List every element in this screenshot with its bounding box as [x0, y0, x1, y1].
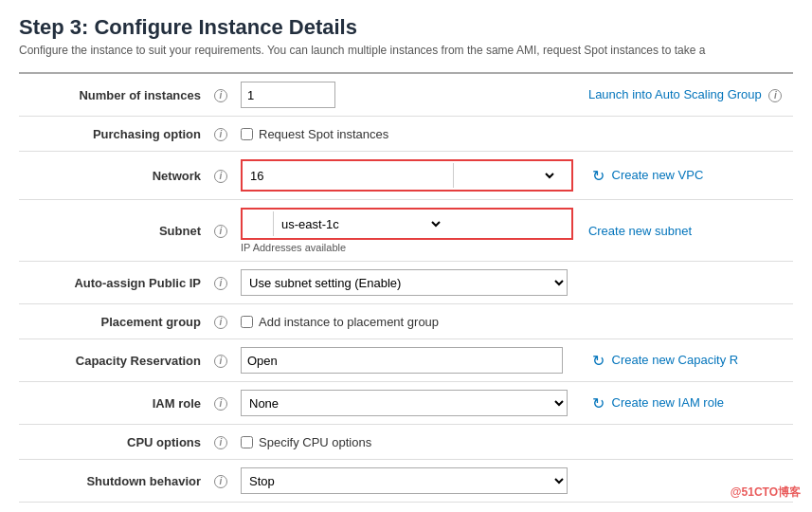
create-capacity-link[interactable]: Create new Capacity R — [612, 352, 739, 366]
refresh-network-icon[interactable]: ↻ — [592, 167, 604, 185]
row-auto-assign-ip: Auto-assign Public IP i Use subnet setti… — [19, 262, 793, 304]
row-purchasing-option: Purchasing option i Request Spot instanc… — [19, 117, 793, 152]
label-hibernate-behavior: Stop - Hibernate behavior — [19, 503, 208, 513]
shutdown-behavior-select[interactable]: Stop — [241, 467, 568, 494]
info-icon-iam[interactable]: i — [214, 397, 227, 411]
instances-input[interactable] — [241, 82, 335, 108]
subnet-select[interactable]: us-east-1c — [273, 211, 443, 236]
info-icon-placement[interactable]: i — [214, 316, 227, 329]
info-icon-subnet[interactable]: i — [214, 225, 227, 238]
refresh-capacity-icon[interactable]: ↻ — [592, 352, 604, 370]
subnet-input-wrapper: us-east-1c — [241, 208, 573, 240]
label-shutdown-behavior: Shutdown behavior — [19, 460, 208, 503]
create-vpc-link[interactable]: Create new VPC — [612, 167, 704, 181]
create-subnet-link[interactable]: Create new subnet — [588, 224, 692, 238]
label-number-of-instances: Number of instances — [19, 73, 208, 117]
label-iam-role: IAM role — [19, 382, 208, 425]
row-iam-role: IAM role i None ↻ Create new IAM role — [19, 382, 793, 425]
config-form: Number of instances i Launch into Auto S… — [19, 72, 793, 512]
network-input-wrapper — [241, 159, 573, 192]
info-icon-network[interactable]: i — [214, 170, 227, 183]
info-icon-purchasing[interactable]: i — [214, 128, 227, 141]
label-placement-group: Placement group — [19, 304, 208, 339]
watermark: @51CTO博客 — [731, 485, 801, 501]
info-icon-capacity[interactable]: i — [214, 355, 227, 368]
placement-group-text: Add instance to placement group — [259, 315, 439, 329]
cpu-options-label[interactable]: Specify CPU options — [241, 435, 785, 449]
row-shutdown-behavior: Shutdown behavior i Stop — [19, 460, 793, 503]
auto-assign-ip-select[interactable]: Use subnet setting (Enable) — [241, 269, 568, 296]
label-capacity-reservation: Capacity Reservation — [19, 339, 208, 382]
iam-role-select[interactable]: None — [241, 390, 568, 416]
refresh-iam-icon[interactable]: ↻ — [592, 394, 604, 412]
info-icon-shutdown[interactable]: i — [214, 475, 227, 488]
spot-instances-text: Request Spot instances — [259, 127, 388, 141]
label-purchasing-option: Purchasing option — [19, 117, 208, 152]
subnet-text-input[interactable] — [244, 211, 273, 236]
page-title: Step 3: Configure Instance Details — [19, 15, 793, 40]
info-icon-cpu[interactable]: i — [214, 436, 227, 449]
row-cpu-options: CPU options i Specify CPU options — [19, 425, 793, 460]
cpu-options-checkbox[interactable] — [241, 436, 253, 448]
placement-group-checkbox[interactable] — [241, 316, 253, 328]
row-subnet: Subnet i us-east-1c IP Addresses availab… — [19, 200, 793, 262]
network-select[interactable] — [453, 163, 557, 188]
row-network: Network i ↻ Create new VPC — [19, 152, 793, 200]
info-icon-auto-assign[interactable]: i — [214, 277, 227, 290]
row-hibernate-behavior: Stop - Hibernate behavior i Enable hiber… — [19, 503, 793, 513]
label-network: Network — [19, 152, 208, 200]
spot-instances-checkbox[interactable] — [241, 128, 253, 140]
ip-note: IP Addresses available — [241, 242, 573, 253]
row-number-of-instances: Number of instances i Launch into Auto S… — [19, 73, 793, 117]
label-auto-assign-ip: Auto-assign Public IP — [19, 262, 208, 304]
label-subnet: Subnet — [19, 200, 208, 262]
info-icon-instances[interactable]: i — [214, 89, 227, 102]
label-cpu-options: CPU options — [19, 425, 208, 460]
create-iam-role-link[interactable]: Create new IAM role — [612, 394, 725, 409]
placement-group-label[interactable]: Add instance to placement group — [241, 315, 785, 329]
launch-autoscaling-link[interactable]: Launch into Auto Scaling Group — [588, 87, 762, 101]
row-placement-group: Placement group i Add instance to placem… — [19, 304, 793, 339]
row-capacity-reservation: Capacity Reservation i ↻ Create new Capa… — [19, 339, 793, 382]
cpu-options-text: Specify CPU options — [259, 435, 371, 449]
page-subtitle: Configure the instance to suit your requ… — [19, 44, 793, 57]
spot-instances-label[interactable]: Request Spot instances — [241, 127, 785, 141]
network-text-input[interactable] — [244, 163, 453, 188]
info-icon-autoscaling[interactable]: i — [768, 89, 782, 102]
capacity-reservation-input[interactable] — [241, 347, 563, 374]
